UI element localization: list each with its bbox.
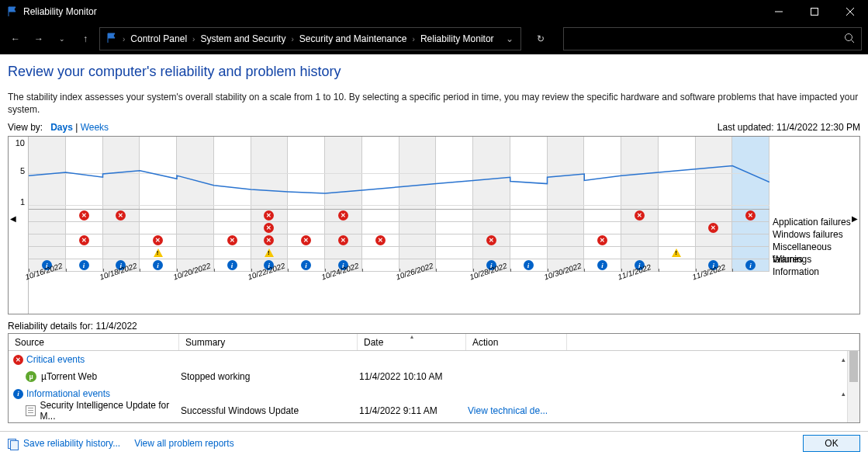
event-cell[interactable] [732, 234, 769, 246]
event-cell[interactable] [473, 222, 510, 234]
event-cell[interactable] [214, 210, 251, 221]
back-button[interactable]: ← [6, 30, 25, 48]
table-row[interactable]: µµTorrent WebStopped working11/4/2022 10… [9, 368, 859, 385]
forward-button[interactable]: → [29, 30, 48, 48]
view-by-weeks[interactable]: Weeks [81, 122, 109, 133]
col-action[interactable]: Action [466, 334, 567, 350]
event-cell[interactable] [584, 259, 621, 271]
event-cell[interactable] [140, 234, 177, 246]
event-cell[interactable] [584, 210, 621, 221]
event-cell[interactable] [659, 222, 696, 234]
event-cell[interactable] [510, 222, 548, 234]
refresh-button[interactable]: ↻ [531, 33, 551, 44]
event-cell[interactable] [436, 259, 473, 271]
event-cell[interactable] [66, 234, 103, 246]
event-cell[interactable] [288, 234, 325, 246]
event-cell[interactable] [584, 234, 621, 246]
event-cell[interactable] [510, 247, 548, 259]
event-cell[interactable] [548, 210, 585, 221]
address-bar[interactable]: › Control Panel › System and Security › … [99, 27, 521, 50]
event-cell[interactable] [288, 222, 325, 234]
breadcrumb[interactable]: System and Security [197, 33, 289, 44]
event-cell[interactable] [621, 222, 659, 234]
event-cell[interactable] [696, 210, 733, 221]
event-cell[interactable] [436, 210, 473, 221]
event-cell[interactable] [436, 234, 473, 246]
event-cell[interactable] [510, 234, 548, 246]
event-cell[interactable] [399, 247, 437, 259]
event-cell[interactable] [362, 259, 399, 271]
event-cell[interactable] [66, 222, 103, 234]
save-history-link[interactable]: Save reliability history... [23, 438, 120, 449]
event-cell[interactable] [29, 247, 66, 259]
event-cell[interactable] [103, 210, 140, 221]
event-cell[interactable] [621, 210, 659, 221]
event-cell[interactable] [659, 210, 696, 221]
event-cell[interactable] [29, 210, 66, 221]
event-cell[interactable] [251, 247, 289, 259]
event-cell[interactable] [584, 222, 621, 234]
recent-button[interactable]: ⌄ [53, 30, 71, 48]
col-source[interactable]: Source [9, 334, 179, 350]
event-cell[interactable] [288, 210, 325, 221]
minimize-button[interactable] [761, 0, 797, 23]
event-cell[interactable] [696, 222, 733, 234]
event-cell[interactable] [548, 222, 585, 234]
event-cell[interactable] [140, 222, 177, 234]
event-cell[interactable] [214, 259, 251, 271]
event-cell[interactable] [732, 210, 769, 221]
event-cell[interactable] [732, 247, 769, 259]
table-row[interactable]: Security Intelligence Update for M...Suc… [9, 402, 859, 419]
event-cell[interactable] [325, 210, 362, 221]
col-date[interactable]: ▴Date [358, 334, 466, 350]
event-cell[interactable] [251, 234, 289, 246]
event-cell[interactable] [29, 222, 66, 234]
event-cell[interactable] [548, 234, 585, 246]
search-input[interactable] [563, 27, 862, 50]
event-cell[interactable] [399, 222, 437, 234]
event-cell[interactable] [659, 259, 696, 271]
event-cell[interactable] [362, 234, 399, 246]
event-cell[interactable] [325, 222, 362, 234]
event-cell[interactable] [510, 210, 548, 221]
col-summary[interactable]: Summary [179, 334, 358, 350]
action-link[interactable]: View technical de... [468, 405, 548, 416]
event-cell[interactable] [177, 222, 214, 234]
event-cell[interactable] [399, 210, 437, 221]
close-button[interactable] [832, 0, 868, 23]
event-cell[interactable] [473, 210, 510, 221]
scroll-left-button[interactable]: ◀ [10, 214, 16, 223]
event-cell[interactable] [325, 247, 362, 259]
event-cell[interactable] [436, 247, 473, 259]
event-cell[interactable] [251, 222, 289, 234]
event-cell[interactable] [362, 222, 399, 234]
event-cell[interactable] [548, 247, 585, 259]
event-cell[interactable] [177, 234, 214, 246]
breadcrumb[interactable]: Control Panel [127, 33, 190, 44]
scrollbar[interactable] [847, 351, 859, 422]
event-cell[interactable] [362, 210, 399, 221]
event-cell[interactable] [103, 222, 140, 234]
scroll-right-button[interactable]: ▶ [852, 214, 858, 223]
breadcrumb[interactable]: Security and Maintenance [296, 33, 410, 44]
event-cell[interactable] [621, 247, 659, 259]
view-all-reports-link[interactable]: View all problem reports [134, 438, 234, 449]
event-cell[interactable] [66, 247, 103, 259]
event-cell[interactable] [177, 210, 214, 221]
event-cell[interactable] [66, 259, 103, 271]
event-cell[interactable] [510, 259, 548, 271]
collapse-icon[interactable]: ▴ [842, 390, 846, 398]
event-cell[interactable] [288, 259, 325, 271]
event-cell[interactable] [584, 247, 621, 259]
event-cell[interactable] [659, 247, 696, 259]
event-cell[interactable] [732, 259, 769, 271]
view-by-days[interactable]: Days [50, 122, 73, 133]
event-cell[interactable] [696, 234, 733, 246]
event-cell[interactable] [177, 247, 214, 259]
maximize-button[interactable] [797, 0, 832, 23]
event-cell[interactable] [140, 259, 177, 271]
event-cell[interactable] [399, 234, 437, 246]
ok-button[interactable]: OK [803, 435, 860, 452]
event-cell[interactable] [214, 234, 251, 246]
event-cell[interactable] [473, 247, 510, 259]
